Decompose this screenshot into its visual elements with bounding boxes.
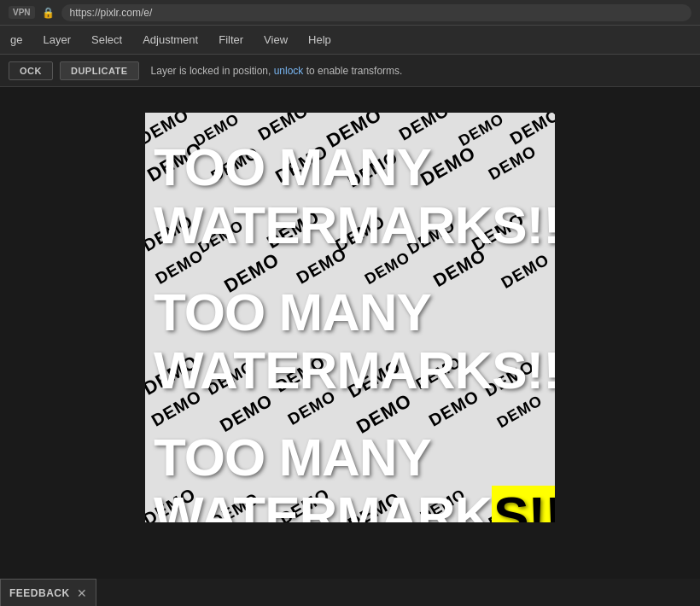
- wm3-line2: WATERMARKS!!!: [154, 487, 555, 522]
- feedback-close-button[interactable]: ✕: [77, 586, 87, 600]
- toolbar-status: Layer is locked in position, unlock to e…: [151, 65, 403, 77]
- lock-icon: 🔒: [42, 7, 55, 19]
- yellow-highlight: S!!!: [492, 486, 555, 522]
- url-bar[interactable]: https://pixlr.com/e/: [61, 4, 691, 21]
- big-watermark-3: TOO MANY WATERMARKS!!!: [154, 428, 555, 522]
- wm1-line1: TOO MANY: [154, 138, 555, 196]
- wm3-line1: TOO MANY: [154, 428, 555, 487]
- duplicate-button[interactable]: DUPLICATE: [60, 61, 139, 80]
- feedback-button[interactable]: FEEDBACK: [9, 587, 70, 599]
- canvas-area: DEMO DEMO DEMO DEMO DEMO DEMO DEMO DEMO …: [0, 87, 700, 579]
- big-watermark-1: TOO MANY WATERMARKS!!!: [154, 138, 555, 254]
- menu-item-layer[interactable]: Layer: [32, 26, 81, 54]
- menu-item-view[interactable]: View: [254, 26, 298, 54]
- menu-bar: ge Layer Select Adjustment Filter View H…: [0, 26, 700, 55]
- wm1-line2: WATERMARKS!!!: [154, 196, 555, 254]
- big-watermark-2: TOO MANY WATERMARKS!!!: [154, 283, 555, 399]
- lock-button[interactable]: OCK: [9, 61, 53, 80]
- wm2-line1: TOO MANY: [154, 283, 555, 341]
- menu-item-adjustment[interactable]: Adjustment: [132, 26, 208, 54]
- menu-item-help[interactable]: Help: [298, 26, 341, 54]
- vpn-badge: VPN: [9, 6, 35, 19]
- browser-bar: VPN 🔒 https://pixlr.com/e/: [0, 0, 700, 26]
- menu-item-filter[interactable]: Filter: [208, 26, 254, 54]
- menu-item-image[interactable]: ge: [0, 26, 32, 54]
- wm2-line2: WATERMARKS!!!: [154, 341, 555, 399]
- toolbar: OCK DUPLICATE Layer is locked in positio…: [0, 55, 700, 87]
- watermark-overlay: DEMO DEMO DEMO DEMO DEMO DEMO DEMO DEMO …: [145, 113, 555, 522]
- feedback-bar: FEEDBACK ✕: [0, 579, 96, 606]
- image-canvas[interactable]: DEMO DEMO DEMO DEMO DEMO DEMO DEMO DEMO …: [145, 113, 555, 522]
- menu-item-select[interactable]: Select: [81, 26, 132, 54]
